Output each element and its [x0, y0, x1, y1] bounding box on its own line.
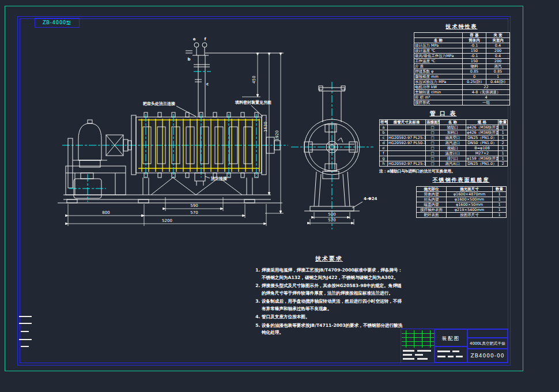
table-cell: DN25（PN1.0）: [466, 135, 498, 141]
table-row: 最高/最低工作压力MPa-0.10.4: [414, 54, 510, 59]
table-cell: 1: [498, 135, 508, 141]
table-cell: 水压试验压力 MPa: [414, 80, 463, 85]
port-letter-e: e: [193, 37, 196, 42]
table-cell: 容 器: [463, 33, 486, 38]
table-cell: 封头内壁: [417, 197, 447, 202]
tech-req-item: 设备的油漆包装等要求按JB/T4711-2003的要求，不锈钢部分进行酸洗钝化处…: [262, 322, 405, 337]
table-cell: 辅助口: [440, 125, 466, 130]
table-row: 主轴转速 r/min4-8（无级调速）: [414, 90, 510, 95]
table-cell: 连接面型式: [426, 120, 440, 125]
table-cell: 接管尺寸及标准: [388, 120, 426, 125]
side-view: 4-Φ24: [291, 82, 377, 229]
table-cell: [388, 130, 426, 135]
table-cell: 电机功率 kW: [414, 85, 463, 90]
tech-characteristics-table: 容 器 夹 套 名 称 筒体内 夹套内 设计压力 MPa-0.10.4设计温度 …: [414, 32, 510, 105]
side-view-dimensions: 500 570: [310, 212, 354, 225]
table-cell: 排污口: [440, 156, 466, 161]
table-cell: □: [426, 146, 440, 151]
table-cell: 最高/最低工作压力MPa: [414, 54, 463, 59]
table-cell: 介 质: [414, 64, 463, 69]
table-cell: 抛光面尺寸: [447, 187, 493, 192]
table-cell: □: [426, 156, 440, 161]
technical-requirements-title: 技术要求: [254, 255, 405, 263]
table-cell: M27×2: [466, 151, 498, 156]
table-cell: 1: [498, 151, 508, 156]
table-cell: 2: [498, 141, 508, 146]
table-row: 水压试验压力 MPa0.25(卧)0.44(卧): [414, 80, 510, 85]
table-cell: [388, 146, 426, 151]
table-row: 封头内壁φ1600×500mm1: [417, 197, 507, 202]
table-row: 腐蚀裕度 mm01: [414, 74, 510, 80]
table-cell: 符号: [380, 120, 388, 125]
table-row: 名 称 筒体内 夹套内: [414, 38, 510, 43]
table-cell: DN25（PN1.0）: [466, 161, 498, 167]
table-cell: -0.1: [463, 43, 486, 48]
table-cell: □: [426, 161, 440, 167]
table-cell: 加料口: [440, 130, 466, 135]
revision-marks: [19, 316, 32, 347]
table-row: 搅拌形式一组: [414, 100, 510, 105]
callout-right-seal: 填料密封装置见另图: [235, 100, 271, 105]
table-cell: 22: [463, 85, 510, 90]
dim-1920: 1920: [275, 130, 280, 141]
table-cell: 0: [463, 74, 486, 80]
table-cell: h: [380, 161, 388, 167]
table-row: hHG20592-97 PL25-1.0□蒸汽出口DN25（PN1.0）2: [380, 161, 508, 167]
table-cell: d: [380, 141, 388, 146]
nozzle-table-title: 管 口 表: [379, 110, 507, 118]
table-row: e□视镜口B=φ1081: [380, 146, 508, 151]
table-cell: □: [426, 141, 440, 146]
nozzle-table: 符号 接管尺寸及标准 连接面型式 名 称 规 格 数量 a□辅助口φ426（M3…: [379, 119, 508, 167]
table-row: 容 器 夹 套: [414, 33, 510, 38]
table-cell: 2: [498, 161, 508, 167]
table-cell: φ1600×500mm: [447, 197, 493, 202]
table-row: a□辅助口φ426（M36快开盖）1: [380, 125, 508, 130]
table-cell: HG20592-97 PL25-1.0: [388, 161, 426, 167]
table-cell: 1: [498, 130, 508, 135]
technical-requirements: 技术要求 焊接采用电弧焊，焊接工艺按JB/T4709-2000标准中要求，焊条牌…: [254, 255, 405, 338]
table-cell: 0.4: [486, 43, 510, 48]
polish-table-title: 不锈钢件表面粗糙度: [416, 176, 506, 184]
table-cell: g: [380, 156, 388, 161]
title-block-blank-cell: [467, 329, 508, 338]
table-cell: φ426（M36快开盖）: [466, 125, 498, 130]
table-row: 电机功率 kW22: [414, 85, 510, 90]
table-cell: DN50（PN1.0）: [466, 141, 498, 146]
table-row: b□加料口φ426（M36快开盖）1: [380, 130, 508, 135]
dim-450: 450: [252, 76, 256, 83]
table-row: g□排污口φ159（M36快开盖）1: [380, 156, 508, 161]
table-cell: 1: [493, 208, 507, 213]
table-cell: 筒体内: [463, 38, 486, 43]
table-row: 容 积 m³4: [414, 95, 510, 100]
table-cell: □: [426, 151, 440, 156]
table-cell: c: [380, 135, 388, 141]
dim-1630: 1630: [263, 122, 268, 132]
table-cell: 搅拌形式: [414, 100, 463, 105]
table-cell: 蒸汽出口: [440, 161, 466, 167]
dim-570-side: 570: [328, 218, 335, 223]
table-cell: □: [426, 130, 440, 135]
table-cell: [388, 156, 426, 161]
title-block-product-name: 4000L真空耙式干燥机: [467, 338, 508, 349]
title-block-drawing-number: ZB4000-00: [467, 349, 508, 363]
tech-req-item: 焊接接头型式及尺寸除图示外，其余按HG20583-98中的规定。角焊缝的焊角尺寸…: [262, 282, 405, 297]
table-row: 抛光部位 抛光面尺寸 数量: [417, 187, 507, 192]
dim-570: 570: [190, 210, 198, 215]
front-view-dimensions: 450 1630 1920 590 800 570 5200: [68, 55, 284, 226]
table-cell: 温度计口: [440, 151, 466, 156]
tech-req-item: 管口及支座方位按本图。: [262, 314, 405, 321]
table-cell: 耙叶表面: [417, 213, 447, 218]
table-cell: 0.4: [486, 54, 510, 59]
table-row: 搅拌轴外表面φ219×5400mm1: [417, 208, 507, 213]
tech-req-item: 设备制成后，用手盘动搅拌轴应转动灵活，然后进行四小时空运转，不得有异常噪声和轴承…: [262, 298, 405, 312]
table-cell: 数量: [493, 187, 507, 192]
table-cell: HG20592-97 PL50-1.0: [388, 141, 426, 146]
table-cell: [388, 151, 426, 156]
table-cell: 腐蚀裕度 mm: [414, 74, 463, 80]
table-cell: 一组: [463, 100, 510, 105]
callout-left-flange: 耙齿头处法兰连接: [142, 101, 175, 106]
table-row: 端盖内壁φ1600×50mm1: [417, 202, 507, 208]
table-row: 介 质物料蒸汽: [414, 64, 510, 69]
port-letter-f: f: [204, 37, 206, 42]
table-cell: 150: [463, 59, 486, 64]
